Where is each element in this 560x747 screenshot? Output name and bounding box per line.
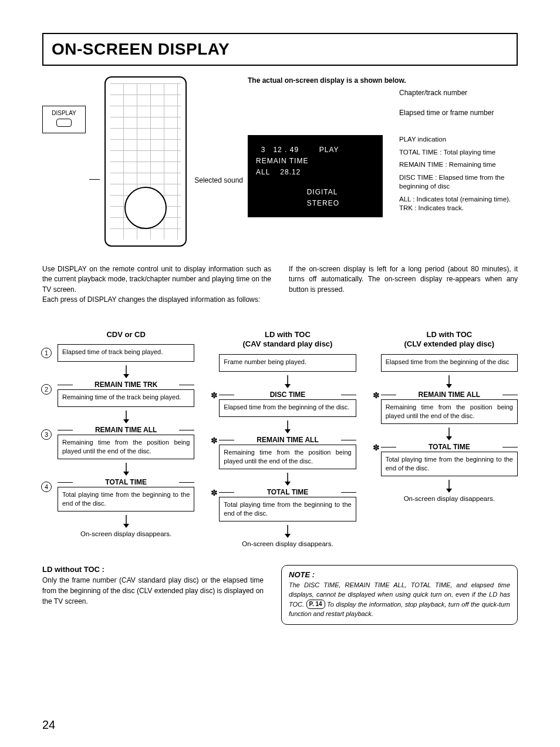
svg-marker-11	[285, 429, 291, 433]
arrow-down-icon	[58, 463, 194, 476]
arrow-down-icon	[58, 515, 194, 528]
flow-col-ld-cav: LD with TOC (CAV standard play disc) Fra…	[211, 330, 356, 547]
osd-all-value: 28.12	[280, 168, 301, 176]
svg-marker-3	[123, 419, 129, 423]
flow-label: REMAIN TIME ALL	[381, 391, 518, 399]
flow-label: DISC TIME	[219, 391, 356, 399]
flow-box: Remaining time from the position being p…	[58, 435, 194, 459]
arrow-down-icon	[219, 525, 356, 538]
note-text: The DISC TIME, REMAIN TIME ALL, TOTAL TI…	[289, 581, 510, 619]
display-label: DISPLAY	[48, 110, 80, 116]
flow-heading: LD with TOC (CAV standard play disc)	[219, 330, 356, 350]
callout-disc-time: DISC TIME : Elapsed time from the beginn…	[399, 173, 517, 191]
asterisk-icon: ✽	[211, 488, 218, 497]
svg-marker-5	[123, 472, 129, 476]
step-number: 4	[41, 482, 52, 492]
callout-selected-sound: Selected sound	[184, 176, 243, 184]
flow-box: Total playing time from the beginning to…	[381, 452, 518, 476]
callout-elapsed: Elapsed time or frame number	[399, 108, 517, 117]
osd-diagram: Selected sound 3 12 . 49 PLAY REMAIN TIM…	[248, 88, 518, 258]
flow-label: REMAIN TIME ALL	[219, 436, 356, 444]
arrow-down-icon	[219, 375, 356, 388]
arrow-down-icon	[219, 420, 356, 433]
osd-chapter: 3	[261, 146, 266, 154]
callout-chapter: Chapter/track number	[399, 88, 517, 97]
flow-end: On-screen display disappears.	[58, 530, 194, 537]
flow-box: Remaining time from the position being p…	[381, 399, 518, 424]
callout-all-trk: ALL : Indicates total (remaining time). …	[399, 195, 517, 213]
flow-col-ld-clv: LD with TOC (CLV extended play disc) Ela…	[373, 330, 518, 547]
leader-line	[89, 179, 100, 180]
display-cycle-flowcharts: CDV or CD 1 Elapsed time of track being …	[42, 330, 518, 547]
flow-box: Frame number being played.	[219, 354, 356, 372]
step-number: 1	[41, 348, 52, 358]
osd-stereo: STEREO	[307, 199, 339, 207]
flow-heading: CDV or CD	[58, 330, 194, 340]
arrow-down-icon	[381, 428, 518, 440]
svg-marker-19	[446, 436, 452, 440]
svg-marker-7	[123, 524, 129, 528]
remote-jog-dial-icon	[124, 187, 167, 229]
osd-caption: The actual on-screen display is a shown …	[248, 76, 518, 85]
flow-col-cdv-cd: CDV or CD 1 Elapsed time of track being …	[42, 330, 194, 547]
svg-marker-17	[446, 384, 452, 388]
intro-paragraph-left: Use DISPLAY on the remote control unit t…	[42, 264, 271, 305]
flow-end: On-screen display disappears.	[219, 540, 356, 547]
flow-label: TOTAL TIME	[58, 478, 194, 486]
osd-digital: DIGITAL	[307, 188, 338, 196]
step-number: 2	[41, 384, 52, 395]
asterisk-icon: ✽	[211, 436, 218, 445]
arrow-down-icon	[58, 410, 194, 423]
flow-box: Total playing time from the beginning to…	[58, 487, 194, 512]
osd-screen: 3 12 . 49 PLAY REMAIN TIME ALL 28.12 DIG…	[248, 135, 383, 217]
note-box: NOTE : The DISC TIME, REMAIN TIME ALL, T…	[281, 565, 518, 625]
flow-box: Total playing time from the beginning to…	[219, 497, 356, 521]
flow-label: REMAIN TIME TRK	[58, 381, 194, 389]
osd-remain-label: REMAIN TIME	[256, 157, 308, 165]
osd-all: ALL	[256, 168, 270, 176]
flow-box: Elapsed time from the beginning of the d…	[381, 354, 518, 372]
osd-time: 12 . 49	[273, 146, 299, 154]
callout-play-indication: PLAY indication	[399, 135, 517, 144]
ld-without-toc-heading: LD without TOC :	[42, 565, 264, 574]
flow-heading: LD with TOC (CLV extended play disc)	[381, 330, 518, 350]
display-button-callout: DISPLAY	[42, 106, 86, 133]
asterisk-icon: ✽	[211, 391, 218, 400]
flow-label: TOTAL TIME	[381, 443, 518, 451]
remote-control-illustration	[104, 76, 187, 247]
display-button-icon	[56, 119, 72, 127]
flow-end: On-screen display disappears.	[381, 495, 518, 502]
svg-marker-13	[285, 482, 291, 486]
page-reference-icon: P. 14	[306, 600, 325, 610]
flow-box: Elapsed time from the beginning of the d…	[219, 399, 356, 417]
svg-marker-15	[285, 534, 291, 538]
arrow-down-icon	[381, 480, 518, 493]
arrow-down-icon	[219, 473, 356, 486]
asterisk-icon: ✽	[373, 443, 380, 452]
flow-box: Remaining time of the track being played…	[58, 389, 194, 407]
intro-paragraph-right: If the on-screen display is left for a l…	[289, 264, 518, 305]
section-title: ON-SCREEN DISPLAY	[52, 40, 508, 59]
section-title-box: ON-SCREEN DISPLAY	[42, 33, 518, 66]
flow-box: Remaining time from the position being p…	[219, 445, 356, 469]
ld-without-toc-section: LD without TOC : Only the frame number (…	[42, 565, 264, 625]
step-number: 3	[41, 429, 52, 440]
flow-label: TOTAL TIME	[219, 488, 356, 496]
ld-without-toc-text: Only the frame number (CAV standard play…	[42, 575, 264, 607]
callout-total-time: TOTAL TIME : Total playing time	[399, 148, 517, 157]
page-number: 24	[42, 718, 55, 732]
note-heading: NOTE :	[289, 570, 315, 579]
flow-label: REMAIN TIME ALL	[58, 426, 194, 434]
osd-play: PLAY	[319, 146, 339, 154]
svg-marker-9	[285, 384, 291, 388]
arrow-down-icon	[58, 365, 194, 378]
callout-remain-time: REMAIN TIME : Remaining time	[399, 160, 517, 170]
flow-box: Elapsed time of track being played.	[58, 344, 194, 362]
arrow-down-icon	[381, 375, 518, 388]
svg-marker-1	[123, 374, 129, 378]
svg-marker-21	[446, 489, 452, 493]
asterisk-icon: ✽	[373, 391, 380, 400]
